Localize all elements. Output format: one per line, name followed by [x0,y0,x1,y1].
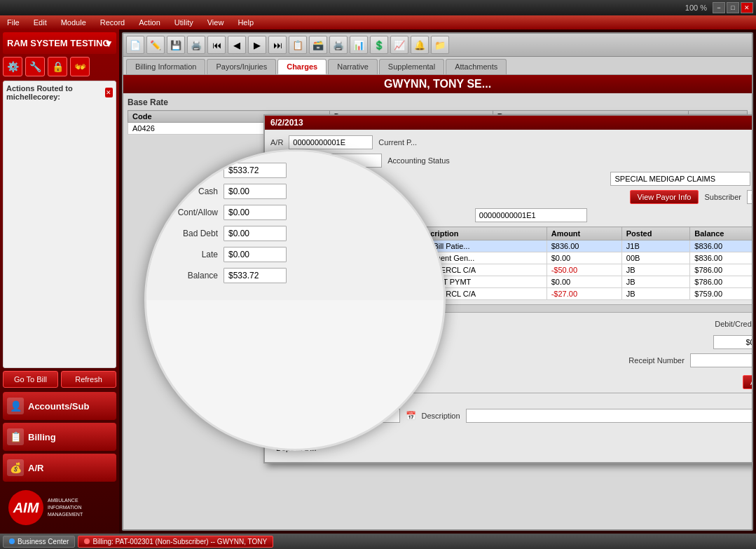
tool-settings-icon[interactable]: ⚙️ [3,57,22,76]
aim-subtitle-line3: MANAGEMENT [48,511,83,518]
sidebar-item-ar[interactable]: 💰 A/R [3,454,116,482]
trans-cell-balance-0: $836.00 [690,240,752,252]
taskbar-business-center[interactable]: Business Center [3,536,75,548]
debit-credit-input[interactable] [713,335,752,349]
tab-narrative[interactable]: Narrative [328,59,378,74]
dropdown-icon[interactable]: ▼ [104,38,114,49]
tab-supplemental[interactable]: Supplemental [379,59,444,74]
toolbar-last-icon[interactable]: ⏭ [268,36,287,54]
menu-view[interactable]: View [205,17,227,28]
toolbar-first-icon[interactable]: ⏮ [207,36,226,54]
mag-cont-allow-value: $0.00 [224,205,287,220]
toolbar-prev-icon[interactable]: ◀ [228,36,246,54]
trans-cell-posted-2: JB [621,264,690,276]
toolbar-printer2-icon[interactable]: 🖨️ [329,36,348,54]
toolbar-alert-icon[interactable]: 🔔 [411,36,429,54]
deposit-d-label: Deposit D... [276,444,752,452]
toolbar-edit-icon[interactable]: ✏️ [146,36,165,54]
inner-toolbar: 📄 ✏️ 💾 🖨️ ⏮ ◀ ▶ ⏭ 📋 🗃️ 🖨️ 📊 💲 📈 🔔 📁 [123,34,752,57]
tab-attachments[interactable]: Attachments [446,59,507,74]
toolbar-copy-icon[interactable]: 📋 [289,36,307,54]
mag-billed-label: Billed [160,165,224,175]
mag-billed-value: $533.72 [224,163,287,178]
taskbar-billing[interactable]: Billing: PAT-002301 (Non-Subscriber) -- … [78,536,273,548]
menu-utility[interactable]: Utility [172,17,196,28]
menu-action[interactable]: Action [136,17,163,28]
sidebar-item-billing[interactable]: 📋 Billing [3,423,116,451]
tab-payors-injuries[interactable]: Payors/Injuries [207,59,276,74]
add-remark-codes-button[interactable]: Add Remark Codes [743,375,752,389]
mag-cont-allow-row: Cont/Allow $0.00 [160,205,429,220]
ar-label: A/R [270,138,283,147]
trans-cell-posted-3: JB [621,276,690,288]
mag-late-label: Late [160,250,224,259]
mag-bad-debt-value: $0.00 [224,226,287,241]
taskbar-bc-dot [9,538,15,544]
menu-edit[interactable]: Edit [31,17,50,28]
aim-logo-text: AIM [13,500,39,516]
menu-help[interactable]: Help [235,17,256,28]
aim-logo: AIM AMBULANCE INFORMATION MANAGEMENT [3,484,116,531]
maximize-button[interactable]: □ [727,2,739,13]
system-label: RAM SYSTEM TESTING ▼ [3,32,116,54]
trans-cell-amount-2: -$50.00 [547,264,621,276]
subscriber-input[interactable] [747,190,752,204]
receipt-number-input[interactable] [690,353,752,367]
payor-name-input[interactable] [610,172,750,186]
refresh-button[interactable]: Refresh [61,371,116,388]
view-payor-info-button[interactable]: View Payor Info [630,190,699,204]
toolbar-chart-icon[interactable]: 📊 [350,36,368,54]
id-input[interactable] [475,208,587,222]
trans-cell-balance-4: $759.00 [690,288,752,300]
close-actions-button[interactable]: ✕ [105,88,113,97]
toolbar-folder-icon[interactable]: 📁 [431,36,449,54]
trans-cell-amount-4: -$27.00 [547,288,621,300]
toolbar-print-icon[interactable]: 🖨️ [187,36,205,54]
main-layout: RAM SYSTEM TESTING ▼ ⚙️ 🔧 🔒 👐 Actions Ro… [0,29,756,534]
trans-cell-amount-1: $0.00 [547,252,621,264]
mag-cash-value: $0.00 [224,184,287,199]
ar-input[interactable] [289,135,373,149]
tab-billing-information[interactable]: Billing Information [126,59,205,74]
sidebar-buttons: Go To Bill Refresh [3,371,116,388]
trans-cell-balance-1: $836.00 [690,252,752,264]
mag-bad-debt-label: Bad Debt [160,229,224,238]
mag-balance-row: Balance $533.72 [160,268,429,283]
aim-subtitle-line2: INFORMATION [48,504,83,511]
menu-file[interactable]: File [4,17,22,28]
toolbar-new-icon[interactable]: 📄 [126,36,144,54]
toolbar-disk-icon[interactable]: 🗃️ [309,36,327,54]
tabs-bar: Billing Information Payors/Injuries Char… [123,57,752,75]
tab-charges[interactable]: Charges [277,59,327,74]
toolbar-save-icon[interactable]: 💾 [167,36,185,54]
debit-credit-label: Debit/Credit [715,320,752,328]
aim-subtitle-line1: AMBULANCE [48,497,83,504]
menu-module[interactable]: Module [58,17,89,28]
tool-hands-icon[interactable]: 👐 [70,57,90,76]
trans-cell-amount-0: $836.00 [547,240,621,252]
minimize-button[interactable]: − [713,2,725,13]
accounting-status-label: Accounting Status [387,156,450,165]
aim-logo-subtitle: AMBULANCE INFORMATION MANAGEMENT [48,497,83,517]
actions-title: Actions Routed to michellecorey: [6,84,105,101]
current-payor-label: Current P... [378,138,417,147]
new-trans-description-input[interactable] [466,409,752,423]
trans-cell-posted-1: 00B [621,252,690,264]
toolbar-report-icon[interactable]: 📈 [390,36,408,54]
toolbar-dollar-icon[interactable]: 💲 [370,36,388,54]
calendar-icon[interactable]: 📅 [406,411,416,421]
sidebar-item-accounts-sub[interactable]: 👤 Accounts/Sub [3,392,116,420]
close-button[interactable]: ✕ [741,2,753,13]
accounts-sub-icon: 👤 [7,398,24,414]
menu-record[interactable]: Record [97,17,128,28]
go-to-bill-button[interactable]: Go To Bill [3,371,58,388]
mag-cash-row: Cash $0.00 [160,184,429,199]
menu-bar: File Edit Module Record Action Utility V… [0,15,756,29]
new-trans-desc-label: Description [422,412,460,420]
tool-lock-icon[interactable]: 🔒 [48,57,67,76]
tool-wrench-icon[interactable]: 🔧 [25,57,45,76]
content-area: 📄 ✏️ 💾 🖨️ ⏮ ◀ ▶ ⏭ 📋 🗃️ 🖨️ 📊 💲 📈 🔔 📁 Bil [119,29,756,534]
toolbar-next-icon[interactable]: ▶ [248,36,266,54]
payment-popup-header: 6/2/2013 [265,116,752,130]
trans-cell-balance-2: $786.00 [690,264,752,276]
